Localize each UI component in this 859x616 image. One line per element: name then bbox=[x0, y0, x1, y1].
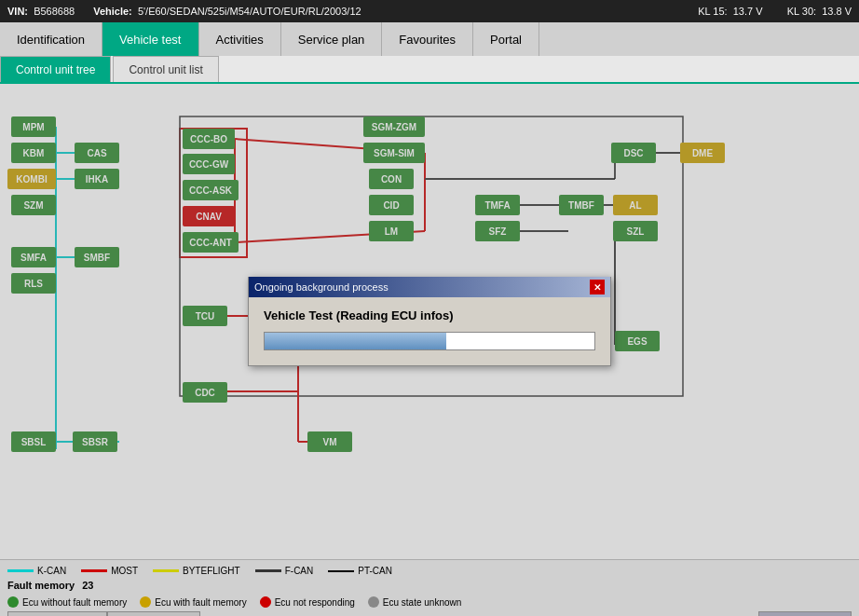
f-can-line bbox=[255, 569, 281, 572]
fault-memory-line: Fault memory 23 bbox=[7, 580, 852, 591]
vehicle-value: 5'/E60/SEDAN/525i/M54/AUTO/EUR/RL/2003/1… bbox=[138, 6, 361, 17]
fault-label: Fault memory bbox=[7, 580, 75, 591]
ecu-not-responding-legend: Ecu not responding bbox=[260, 596, 355, 608]
ecu-state-unknown-legend: Ecu state unknown bbox=[368, 596, 462, 608]
most-label: MOST bbox=[111, 566, 138, 576]
call-up-ecu-button[interactable]: Call up ECUfunctions bbox=[107, 611, 200, 616]
most-line bbox=[81, 569, 107, 572]
pt-can-label: PT-CAN bbox=[358, 566, 392, 576]
sub-tabs: Control unit tree Control unit list bbox=[0, 56, 859, 84]
k-can-label: K-CAN bbox=[37, 566, 66, 576]
modal-dialog: Ongoing background process ✕ Vehicle Tes… bbox=[248, 277, 611, 366]
ecu-no-fault-dot bbox=[7, 596, 19, 608]
kl15-label: KL 15: bbox=[698, 6, 727, 17]
k-can-legend: K-CAN bbox=[7, 566, 66, 576]
kl15-value: 13.7 V bbox=[733, 6, 763, 17]
tab-vehicle-test[interactable]: Vehicle test bbox=[102, 22, 199, 56]
vehicle-section: Vehicle: 5'/E60/SEDAN/525i/M54/AUTO/EUR/… bbox=[93, 6, 679, 17]
byteflight-legend: BYTEFLIGHT bbox=[153, 566, 240, 576]
ecu-no-fault-label: Ecu without fault memory bbox=[22, 597, 127, 608]
modal-overlay: Ongoing background process ✕ Vehicle Tes… bbox=[0, 84, 859, 559]
start-vehicle-test-button[interactable]: Start vehicle test bbox=[7, 611, 107, 616]
kl30-section: KL 30: 13.8 V bbox=[782, 6, 852, 17]
vin-section: VIN: B568688 bbox=[7, 6, 75, 17]
tab-identification[interactable]: Identification bbox=[0, 22, 102, 56]
modal-titlebar: Ongoing background process ✕ bbox=[249, 277, 610, 297]
progress-bar-container bbox=[264, 332, 595, 350]
modal-close-button[interactable]: ✕ bbox=[590, 280, 605, 294]
can-legend: K-CAN MOST BYTEFLIGHT F-CAN PT-CAN bbox=[7, 566, 852, 576]
ecu-not-responding-label: Ecu not responding bbox=[275, 597, 355, 608]
nav-tabs: Identification Vehicle test Activities S… bbox=[0, 22, 859, 56]
kl15-section: KL 15: 13.7 V bbox=[698, 6, 762, 17]
tab-service-plan[interactable]: Service plan bbox=[281, 22, 383, 56]
tab-activities[interactable]: Activities bbox=[199, 22, 281, 56]
f-can-label: F-CAN bbox=[285, 566, 314, 576]
ecu-not-responding-dot bbox=[260, 596, 271, 608]
tab-favourites[interactable]: Favourites bbox=[382, 22, 473, 56]
ecu-state-unknown-label: Ecu state unknown bbox=[383, 597, 462, 608]
pt-can-line bbox=[328, 570, 354, 572]
bottom-area: K-CAN MOST BYTEFLIGHT F-CAN PT-CAN Fault… bbox=[0, 559, 859, 616]
modal-body: Vehicle Test (Reading ECU infos) bbox=[249, 297, 610, 365]
most-legend: MOST bbox=[81, 566, 138, 576]
ecu-with-fault-legend: Ecu with fault memory bbox=[140, 596, 246, 608]
subtab-control-unit-tree[interactable]: Control unit tree bbox=[0, 56, 111, 82]
pt-can-legend: PT-CAN bbox=[328, 566, 392, 576]
kl30-value: 13.8 V bbox=[822, 6, 852, 17]
vin-value: B568688 bbox=[34, 6, 75, 17]
byteflight-label: BYTEFLIGHT bbox=[183, 566, 240, 576]
ecu-state-unknown-dot bbox=[368, 596, 379, 608]
main-content: MPM KBM KOMBI SZM SMFA RLS SBSL SBSR CAS… bbox=[0, 84, 859, 559]
tab-portal[interactable]: Portal bbox=[473, 22, 539, 56]
f-can-legend: F-CAN bbox=[255, 566, 314, 576]
modal-title: Ongoing background process bbox=[254, 281, 389, 293]
progress-bar-fill bbox=[265, 333, 446, 349]
vin-label: VIN: bbox=[7, 6, 28, 17]
bottom-buttons: Start vehicle test Call up ECUfunctions … bbox=[7, 611, 852, 616]
kl30-label: KL 30: bbox=[787, 6, 816, 17]
vehicle-label: Vehicle: bbox=[93, 6, 132, 17]
byteflight-line bbox=[153, 569, 179, 572]
fault-count: 23 bbox=[82, 580, 93, 591]
subtab-control-unit-list[interactable]: Control unit list bbox=[113, 56, 218, 82]
display-fault-memory-button[interactable]: Display faultmemory bbox=[758, 611, 852, 616]
k-can-line bbox=[7, 569, 34, 572]
ecu-with-fault-label: Ecu with fault memory bbox=[155, 597, 246, 608]
modal-body-title: Vehicle Test (Reading ECU infos) bbox=[264, 308, 595, 322]
top-bar: VIN: B568688 Vehicle: 5'/E60/SEDAN/525i/… bbox=[0, 0, 859, 22]
ecu-status-legend: Ecu without fault memory Ecu with fault … bbox=[7, 596, 852, 608]
ecu-no-fault-legend: Ecu without fault memory bbox=[7, 596, 127, 608]
ecu-with-fault-dot bbox=[140, 596, 151, 608]
